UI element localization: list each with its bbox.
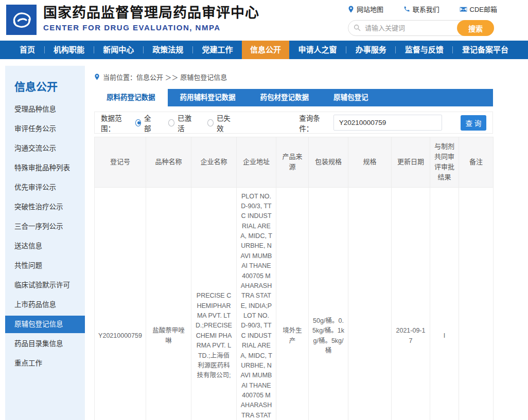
tab-raw-excipient-packaging[interactable]: 原辅包登记: [321, 89, 381, 106]
header-search-bar: 搜索: [348, 20, 494, 36]
location-pin-icon: [348, 6, 354, 13]
nav-divider: [452, 46, 453, 53]
radio-circle-icon: [207, 119, 214, 126]
site-title: 国家药品监督管理局药品审评中心: [43, 4, 259, 22]
table-row: Y20210000759 盐酸萘甲唑啉 PRECISE CHEMIPHARMA …: [95, 187, 494, 420]
scope-radio-group: 全部 已激活 已失效: [135, 113, 234, 133]
radio-expired[interactable]: 已失效: [207, 113, 233, 133]
cell-remarks: [459, 187, 494, 420]
mail-icon: [460, 6, 467, 12]
cell-product-source: 境外生产: [276, 187, 309, 420]
header-right: 网站地图 联系我们 CDE邮箱 搜索: [348, 4, 497, 36]
query-label: 查询条件：: [299, 113, 329, 133]
contact-link[interactable]: 联系我们: [403, 4, 439, 14]
search-icon: [353, 24, 361, 32]
radio-activated-label: 已激活: [178, 113, 194, 133]
query-input[interactable]: [333, 115, 442, 131]
column-header-product-source: 产品来源: [276, 137, 309, 188]
sidebar-item-key-work[interactable]: 重点工作: [5, 354, 85, 373]
nav-item-info-disclosure[interactable]: 信息公开: [242, 41, 289, 59]
cell-joint-review-result: I: [430, 187, 459, 420]
site-subtitle: CENTER FOR DRUG EVALUATION, NMPA: [43, 23, 259, 32]
phone-icon: [403, 6, 410, 12]
site-title-block: 国家药品监督管理局药品审评中心 CENTER FOR DRUG EVALUATI…: [43, 4, 259, 32]
nav-item-supervision-feedback[interactable]: 监督与反馈: [399, 41, 450, 59]
column-header-remarks: 备注: [459, 137, 494, 188]
column-header-update-date: 更新日期: [392, 137, 430, 188]
sidebar-item-breakthrough-therapy[interactable]: 突破性治疗公示: [5, 197, 85, 217]
cde-mail-link-label: CDE邮箱: [470, 4, 497, 14]
nav-item-functions[interactable]: 机构职能: [47, 41, 91, 59]
sitemap-link-label: 网站地图: [357, 4, 383, 14]
sidebar-item-special-approval[interactable]: 特殊审批品种列表: [5, 158, 85, 178]
nav-item-home[interactable]: 首页: [13, 41, 41, 59]
breadcrumb-label: 当前位置：信息公开 ＞＞ 原辅包登记信息: [103, 72, 227, 82]
column-header-company-address: 企业地址: [237, 137, 276, 188]
radio-circle-icon: [135, 119, 141, 126]
cell-registration-no: Y20210000759: [95, 187, 146, 420]
cell-update-date: 2021-09-17: [392, 187, 430, 420]
breadcrumb: 当前位置：信息公开 ＞＞ 原辅包登记信息: [94, 72, 493, 82]
radio-circle-icon: [168, 119, 174, 126]
sidebar-item-three-in-one[interactable]: 三合一序列公示: [5, 217, 85, 236]
site-header: 国家药品监督管理局药品审评中心 CENTER FOR DRUG EVALUATI…: [0, 0, 528, 41]
sidebar-item-review-tasks[interactable]: 审评任务公示: [5, 119, 85, 139]
contact-link-label: 联系我们: [413, 4, 439, 14]
nav-item-services[interactable]: 办事服务: [349, 41, 393, 59]
nav-divider: [94, 46, 94, 53]
breadcrumb-pin-icon: [94, 74, 100, 80]
tab-excipient-registration[interactable]: 药用辅料登记数据: [168, 89, 248, 106]
cde-logo: [6, 5, 37, 35]
sidebar-item-delivery-info[interactable]: 送达信息: [5, 236, 85, 256]
nav-divider: [192, 46, 193, 53]
cell-spec: [348, 187, 392, 420]
sidebar-item-accepted-varieties[interactable]: 受理品种信息: [5, 100, 85, 119]
nav-divider: [143, 46, 144, 53]
logo-swirl-icon: [8, 7, 35, 33]
sidebar-item-drug-catalog[interactable]: 药品目录集信息: [5, 334, 85, 354]
radio-expired-label: 已失效: [217, 113, 233, 133]
sidebar-item-priority-review[interactable]: 优先审评公示: [5, 178, 85, 197]
sidebar-item-marketed-drugs[interactable]: 上市药品信息: [5, 295, 85, 315]
nav-divider: [44, 46, 45, 53]
radio-all[interactable]: 全部: [135, 113, 155, 133]
nav-item-policies[interactable]: 政策法规: [146, 41, 189, 59]
page: 国家药品监督管理局药品审评中心 CENTER FOR DRUG EVALUATI…: [0, 0, 528, 420]
column-header-joint-review-result: 与制剂共同审评审批结果: [430, 137, 459, 188]
nav-divider: [346, 46, 346, 53]
main-content: 当前位置：信息公开 ＞＞ 原辅包登记信息 原料药登记数据 药用辅料登记数据 药包…: [94, 66, 493, 420]
cell-company-name: PRECISE CHEMIPHARMA PVT. LTD.;PRECISE CH…: [191, 187, 237, 420]
nav-divider: [395, 46, 396, 53]
sidebar: 信息公开 受理品种信息 审评任务公示 沟通交流公示 特殊审批品种列表 优先审评公…: [5, 66, 85, 420]
sitemap-link[interactable]: 网站地图: [348, 4, 383, 14]
header-search-button[interactable]: 搜索: [457, 20, 494, 36]
nav-item-registration-platform[interactable]: 登记备案平台: [456, 41, 515, 59]
radio-activated[interactable]: 已激活: [168, 113, 194, 133]
query-button[interactable]: 查 询: [461, 115, 486, 131]
tab-packaging-registration[interactable]: 药包材登记数据: [248, 89, 322, 106]
sidebar-title: 信息公开: [5, 66, 85, 100]
main-nav: 首页 机构职能 新闻中心 政策法规 党建工作 信息公开 申请人之窗 办事服务 监…: [0, 41, 528, 59]
scope-label: 数据范围：: [101, 113, 131, 133]
column-header-company-name: 企业名称: [191, 137, 237, 188]
table-header-row: 登记号 品种名称 企业名称 企业地址 产品来源 包装规格 规格 更新日期 与制剂…: [95, 137, 494, 188]
radio-all-label: 全部: [144, 113, 155, 133]
tab-api-registration[interactable]: 原料药登记数据: [94, 89, 168, 106]
nav-item-news[interactable]: 新闻中心: [97, 41, 140, 59]
column-header-variety-name: 品种名称: [146, 137, 191, 188]
cell-package-spec: 50g/桶。0.5kg/桶。1kg/桶。5kg/桶: [309, 187, 348, 420]
column-header-registration-no: 登记号: [95, 137, 146, 188]
sidebar-list: 受理品种信息 审评任务公示 沟通交流公示 特殊审批品种列表 优先审评公示 突破性…: [5, 100, 85, 373]
sidebar-item-communication[interactable]: 沟通交流公示: [5, 139, 85, 158]
cell-company-address: PLOT NO. D-90/3, TTC INDUSTRIAL AREA, MI…: [237, 187, 276, 420]
column-header-spec: 规格: [348, 137, 392, 188]
cde-mail-link[interactable]: CDE邮箱: [460, 4, 497, 14]
nav-item-party-building[interactable]: 党建工作: [196, 41, 239, 59]
data-tabs: 原料药登记数据 药用辅料登记数据 药包材登记数据 原辅包登记: [94, 89, 493, 106]
filter-panel: 数据范围： 全部 已激活 已失效 查询条件：: [94, 112, 493, 134]
sidebar-item-raw-excipient-packaging[interactable]: 原辅包登记信息: [5, 316, 85, 333]
sidebar-item-clinical-trial-license[interactable]: 临床试验默示许可: [5, 276, 85, 295]
results-table: 登记号 品种名称 企业名称 企业地址 产品来源 包装规格 规格 更新日期 与制剂…: [94, 137, 494, 420]
sidebar-item-common-issues[interactable]: 共性问题: [5, 256, 85, 276]
nav-item-applicant-window[interactable]: 申请人之窗: [292, 41, 343, 59]
